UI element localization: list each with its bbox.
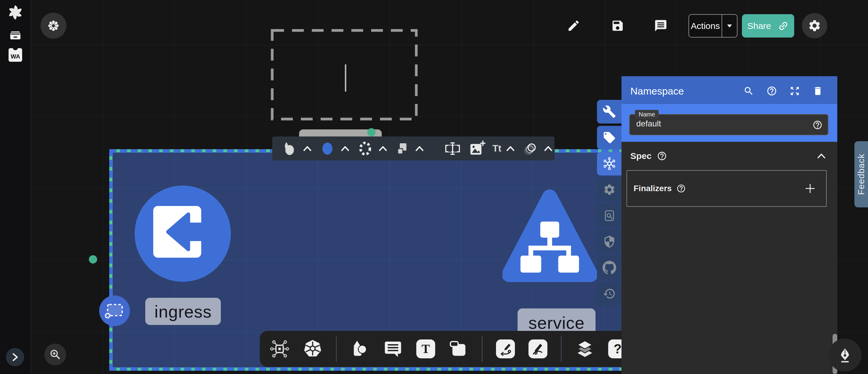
wa-badge-notch: [13, 46, 18, 50]
name-field-highlight: Name: [621, 104, 837, 142]
text-tool[interactable]: T: [416, 340, 435, 358]
stroke-style-control[interactable]: [356, 140, 388, 157]
text-caret: [345, 64, 346, 92]
kubernetes-tool[interactable]: [303, 339, 322, 358]
typography-icon: Tt: [492, 143, 501, 154]
tab-configure[interactable]: [597, 100, 621, 123]
name-input[interactable]: [636, 119, 796, 129]
arrange-control[interactable]: [395, 141, 424, 156]
typography-control[interactable]: Tt: [492, 143, 515, 154]
wa-badge[interactable]: WA: [8, 48, 22, 62]
shape-type-control[interactable]: [281, 140, 312, 157]
image-add-icon: [468, 140, 485, 157]
help-icon[interactable]: [767, 86, 777, 96]
textbox-dashed-outline[interactable]: [271, 29, 418, 121]
toolbar-divider: [482, 336, 483, 362]
layers-tool[interactable]: [575, 339, 595, 358]
settings-gear-icon: [808, 19, 822, 32]
shapes-tool[interactable]: [350, 339, 370, 358]
left-sidebar: WA: [0, 0, 31, 374]
tab-labels[interactable]: [597, 126, 621, 149]
inbox-icon[interactable]: [8, 27, 23, 41]
integration-tool[interactable]: [270, 339, 289, 358]
name-field[interactable]: Name: [629, 114, 829, 135]
help-icon[interactable]: [676, 184, 686, 193]
tab-github[interactable]: [597, 256, 621, 280]
search-icon[interactable]: [743, 86, 754, 96]
github-icon: [602, 261, 616, 275]
hub-icon: [602, 156, 616, 171]
opacity-control[interactable]: [522, 140, 553, 157]
opacity-icon: [522, 140, 539, 157]
share-button[interactable]: Share: [742, 14, 794, 37]
zoom-button[interactable]: [44, 344, 66, 366]
save-icon: [611, 19, 624, 32]
trash-icon[interactable]: [812, 86, 823, 96]
caret-down-icon: [726, 24, 733, 28]
wrench-icon: [602, 105, 616, 118]
help-icon[interactable]: [657, 151, 667, 161]
service-node[interactable]: [502, 187, 597, 294]
connection-handle-dot[interactable]: [89, 255, 97, 263]
text-width-icon: [444, 140, 461, 157]
feedback-tab[interactable]: Feedback: [855, 141, 868, 207]
chevron-up-icon: [378, 146, 388, 151]
chevron-right-icon: [11, 352, 20, 362]
pen-arrow-icon: [499, 342, 512, 356]
connector-pen-tool[interactable]: [496, 340, 515, 358]
text-width-control[interactable]: [444, 140, 461, 157]
fill-color-control[interactable]: [319, 140, 349, 157]
toolbar-divider: [561, 336, 562, 362]
comment-tool[interactable]: [383, 339, 403, 358]
flower-menu-icon: [46, 19, 61, 33]
comment-icon: [654, 19, 668, 32]
name-field-label: Name: [635, 110, 659, 119]
actions-button-label[interactable]: Actions: [689, 15, 721, 37]
pen-mode-button[interactable]: [829, 339, 862, 372]
app-logo-pinwheel[interactable]: [7, 4, 24, 21]
frame-icon: [449, 339, 468, 358]
spec-section-header[interactable]: Spec: [630, 149, 829, 163]
shapes-menu-button[interactable]: [40, 13, 66, 39]
freehand-pencil-tool[interactable]: [528, 340, 547, 358]
shapes-icon: [281, 140, 298, 157]
edit-mode-button[interactable]: [566, 18, 581, 33]
finalizers-section: Finalizers: [626, 170, 827, 207]
finalizers-label: Finalizers: [633, 184, 672, 193]
tab-security[interactable]: [597, 230, 621, 254]
settings-button[interactable]: [802, 13, 827, 38]
namespace-badge[interactable]: [99, 295, 130, 326]
service-icon: [502, 187, 597, 294]
layers-icon: [575, 339, 595, 358]
help-icon[interactable]: [812, 120, 823, 130]
tab-preview[interactable]: [597, 204, 621, 228]
insert-image-control[interactable]: [468, 140, 485, 157]
frame-tool[interactable]: [449, 339, 468, 358]
actions-button[interactable]: Actions: [688, 14, 738, 37]
pen-nib-icon: [837, 347, 853, 363]
doc-search-icon: [603, 209, 616, 222]
ingress-label[interactable]: ingress: [145, 298, 221, 325]
tab-settings[interactable]: [597, 178, 621, 201]
ingress-node[interactable]: [135, 185, 231, 282]
link-icon: [775, 18, 791, 34]
pencil-scribble-icon: [531, 342, 545, 356]
expand-sidebar-button[interactable]: [6, 348, 24, 366]
panel-title: Namespace: [630, 85, 743, 97]
collapse-chevron-icon[interactable]: [817, 153, 826, 159]
comments-button[interactable]: [653, 18, 669, 33]
kubernetes-icon: [303, 339, 322, 358]
resize-handle-dot[interactable]: [367, 128, 376, 137]
tag-icon: [602, 131, 616, 144]
save-button[interactable]: [610, 18, 625, 33]
arrange-icon: [395, 141, 410, 156]
chevron-up-icon: [506, 146, 515, 151]
chevron-up-icon: [415, 146, 424, 151]
format-toolbar: Tt: [272, 137, 554, 161]
shapes-icon: [350, 339, 370, 358]
actions-dropdown-toggle[interactable]: [721, 15, 737, 37]
tab-history[interactable]: [597, 282, 621, 306]
tab-resources[interactable]: [597, 152, 621, 175]
expand-icon[interactable]: [789, 86, 800, 96]
add-finalizer-button[interactable]: [805, 183, 815, 194]
